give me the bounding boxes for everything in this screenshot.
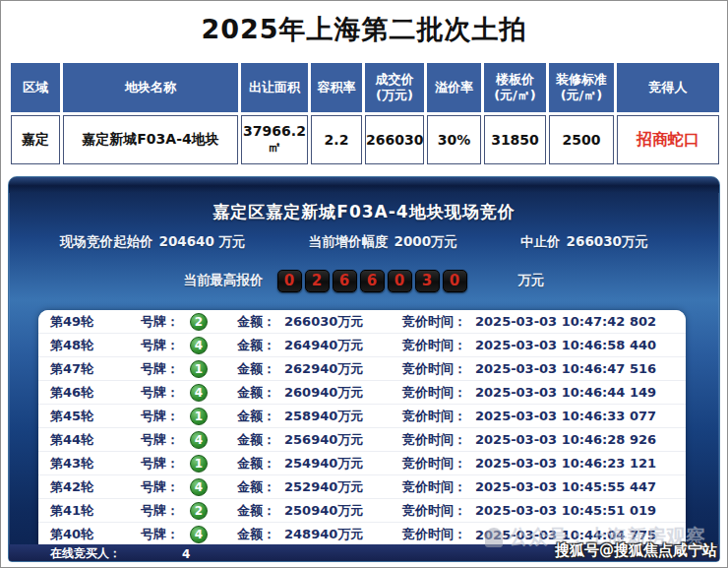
cell-floor-price: 31850: [484, 115, 546, 164]
col-header-floor-price: 楼板价 (元/㎡): [484, 63, 546, 112]
col-header-decoration: 装修标准 (元/㎡): [549, 63, 614, 112]
amount-label: 金额：: [237, 502, 284, 520]
bidder-number-badge: 4: [190, 526, 208, 543]
time-label: 竞价时间：: [402, 478, 475, 496]
amount-label: 金额：: [237, 431, 284, 449]
start-price-value: 204640 万元: [159, 233, 246, 249]
online-bidders-label: 在线竞买人：: [50, 545, 121, 562]
panel-title-bar: [9, 177, 719, 193]
bid-digit: 6: [333, 270, 357, 292]
time-label: 竞价时间：: [402, 360, 475, 378]
bid-digit: 0: [277, 270, 302, 292]
online-bidders-count: 4: [182, 547, 190, 561]
cell-decoration: 2500: [549, 115, 614, 164]
bid-row: 第44轮 号牌： 4 金额： 256940万元 竞价时间： 2025-03-03…: [38, 428, 686, 452]
round-label: 第44轮: [50, 431, 119, 449]
round-label: 第45轮: [50, 408, 119, 425]
cell-winner: 招商蛇口: [617, 115, 719, 164]
bid-digit: 6: [360, 270, 385, 292]
col-header-premium: 溢价率: [427, 63, 481, 112]
bidder-number-badge: 2: [190, 502, 208, 520]
bid-row: 第46轮 号牌： 4 金额： 260940万元 竞价时间： 2025-03-03…: [38, 381, 686, 405]
increment-step-value: 2000万元: [394, 233, 458, 249]
bid-digit: 2: [305, 270, 330, 292]
bid-amount: 250940万元: [284, 502, 389, 520]
time-label: 竞价时间：: [402, 337, 475, 354]
bid-row: 第47轮 号牌： 1 金额： 262940万元 竞价时间： 2025-03-03…: [38, 357, 686, 381]
bid-time: 2025-03-03 10:46:33 077: [475, 409, 656, 423]
round-label: 第47轮: [50, 360, 119, 378]
amount-label: 金额：: [237, 408, 284, 425]
badge-label: 号牌：: [141, 360, 190, 378]
cell-premium: 30%: [427, 115, 481, 164]
cell-far: 2.2: [311, 115, 362, 164]
auction-info-row: 现场竞价起始价204640 万元 当前增价幅度2000万元 中止价266030万…: [9, 233, 719, 251]
bidder-number-badge: 1: [190, 455, 208, 473]
amount-label: 金额：: [237, 337, 284, 354]
col-header-parcel: 地块名称: [63, 63, 238, 112]
bid-digit-display: 0 2 6 6 0 3 0: [277, 270, 467, 292]
bid-amount: 258940万元: [284, 408, 389, 425]
time-label: 竞价时间：: [402, 502, 475, 520]
round-label: 第41轮: [50, 502, 119, 520]
round-label: 第40轮: [50, 526, 119, 543]
col-header-price: 成交价 (万元): [365, 63, 424, 112]
cell-parcel: 嘉定新城F03A-4地块: [63, 115, 238, 164]
time-label: 竞价时间：: [402, 384, 475, 402]
bidder-number-badge: 1: [190, 360, 208, 378]
col-header-district: 区域: [11, 63, 60, 112]
bid-row: 第48轮 号牌： 4 金额： 264940万元 竞价时间： 2025-03-03…: [38, 334, 686, 357]
bid-amount: 254940万元: [284, 455, 389, 473]
badge-label: 号牌：: [141, 431, 190, 449]
badge-label: 号牌：: [141, 408, 190, 425]
col-header-far: 容积率: [311, 63, 362, 112]
bid-row: 第45轮 号牌： 1 金额： 258940万元 竞价时间： 2025-03-03…: [38, 405, 686, 428]
bid-time: 2025-03-03 10:46:58 440: [475, 338, 656, 352]
bid-row: 第41轮 号牌： 2 金额： 250940万元 竞价时间： 2025-03-03…: [38, 499, 686, 523]
start-price-label: 现场竞价起始价: [60, 233, 153, 249]
col-header-winner: 竞得人: [617, 63, 719, 112]
bid-amount: 256940万元: [284, 431, 389, 449]
badge-label: 号牌：: [141, 478, 190, 496]
bidder-number-badge: 4: [190, 337, 208, 354]
bid-digit: 3: [415, 270, 440, 292]
current-highest-bid-display: 当前最高报价 0 2 6 6 0 3 0 万元: [9, 266, 719, 295]
auction-title: 嘉定区嘉定新城F03A-4地块现场竞价: [9, 201, 719, 223]
round-label: 第49轮: [50, 313, 119, 331]
amount-label: 金额：: [237, 455, 284, 473]
badge-label: 号牌：: [141, 337, 190, 354]
amount-label: 金额：: [237, 360, 284, 378]
table-header-row: 区域 地块名称 出让面积 容积率 成交价 (万元) 溢价率 楼板价 (元/㎡) …: [11, 63, 719, 112]
col-header-area: 出让面积: [241, 63, 308, 112]
bid-time: 2025-03-03 10:46:28 926: [475, 432, 656, 447]
round-label: 第43轮: [50, 455, 119, 473]
cutoff-price-label: 中止价: [520, 233, 561, 249]
bid-amount: 260940万元: [284, 384, 389, 402]
bid-row: 第49轮 号牌： 2 金额： 266030万元 竞价时间： 2025-03-03…: [38, 310, 686, 334]
badge-label: 号牌：: [141, 313, 190, 331]
bid-unit-label: 万元: [518, 272, 545, 289]
time-label: 竞价时间：: [402, 431, 475, 449]
cell-district: 嘉定: [11, 115, 60, 164]
amount-label: 金额：: [237, 384, 284, 402]
time-label: 竞价时间：: [402, 408, 475, 425]
bid-time: 2025-03-03 10:46:47 516: [475, 361, 656, 376]
bidder-number-badge: 2: [190, 313, 208, 331]
bid-digit: 0: [443, 270, 467, 292]
land-summary-table: 区域 地块名称 出让面积 容积率 成交价 (万元) 溢价率 楼板价 (元/㎡) …: [8, 60, 722, 167]
amount-label: 金额：: [237, 526, 284, 543]
round-label: 第48轮: [50, 337, 119, 354]
bid-amount: 266030万元: [284, 313, 389, 331]
badge-label: 号牌：: [141, 384, 190, 402]
current-bid-label: 当前最高报价: [184, 272, 264, 289]
bid-time: 2025-03-03 10:46:23 121: [475, 456, 656, 471]
increment-step: 当前增价幅度2000万元: [309, 233, 458, 251]
bid-time: 2025-03-03 10:44:04 775: [475, 528, 656, 542]
amount-label: 金额：: [237, 313, 284, 331]
bid-digit: 0: [388, 270, 412, 292]
bid-amount: 252940万元: [284, 478, 389, 496]
bid-row: 第43轮 号牌： 1 金额： 254940万元 竞价时间： 2025-03-03…: [38, 452, 686, 475]
bid-history-list[interactable]: 第49轮 号牌： 2 金额： 266030万元 竞价时间： 2025-03-03…: [38, 310, 686, 546]
bid-row: 第42轮 号牌： 4 金额： 252940万元 竞价时间： 2025-03-03…: [38, 475, 686, 499]
auction-screen: 2025年上海第二批次土拍 区域 地块名称 出让面积 容积率 成交价 (万元) …: [0, 0, 728, 568]
